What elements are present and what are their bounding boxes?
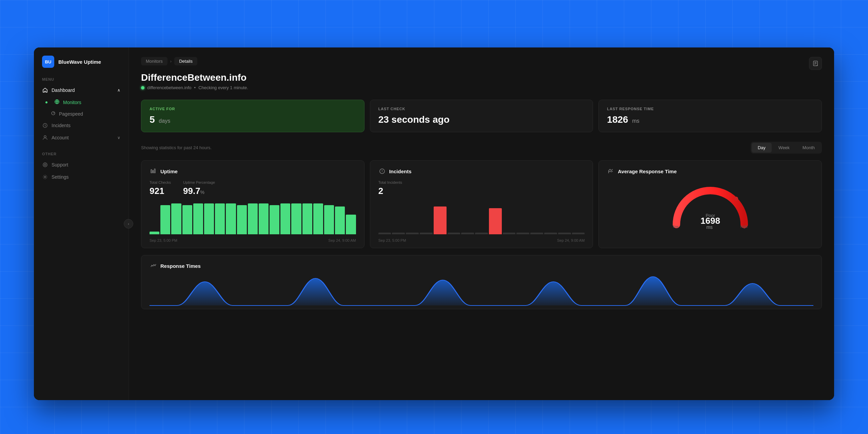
uptime-chart-dates: Sep 23, 5:00 PM Sep 24, 9:00 AM — [150, 238, 356, 242]
globe-icon — [54, 99, 60, 105]
main-window: BU BlueWave Uptime MENU Dashboard ∧ — [34, 47, 834, 400]
bar — [406, 233, 419, 234]
bar — [448, 233, 460, 234]
sidebar-item-support[interactable]: Support — [34, 159, 129, 171]
total-checks-metric: Total Checks 921 — [150, 180, 171, 196]
support-label: Support — [52, 162, 68, 167]
page-subtitle: differencebetween.info • Checking every … — [141, 85, 822, 90]
svg-rect-9 — [153, 171, 154, 173]
uptime-bar-16 — [324, 205, 334, 234]
incidents-chart-title: Incidents — [389, 169, 412, 174]
uptime-bar-2 — [171, 203, 181, 234]
dot-separator: • — [194, 85, 196, 90]
uptime-chart-card: Uptime Total Checks 921 Uptime Percentag… — [141, 160, 364, 248]
uptime-date-end: Sep 24, 9:00 AM — [328, 238, 356, 242]
active-for-value: 5 days — [150, 114, 356, 125]
account-label: Account — [52, 135, 69, 140]
uptime-bar-18 — [346, 215, 356, 234]
uptime-bar-14 — [302, 203, 312, 234]
avg-response-icon — [607, 167, 614, 175]
clock-icon — [42, 122, 48, 129]
sidebar-item-monitors[interactable]: Monitors — [34, 96, 129, 108]
gauge-unit: ms — [706, 224, 713, 230]
menu-label: MENU — [34, 77, 129, 81]
gauge-low-label: low — [673, 224, 679, 230]
collapse-button[interactable]: ‹ — [124, 219, 133, 229]
uptime-chart-title: Uptime — [160, 169, 178, 174]
sidebar-item-pagespeed[interactable]: Pagespeed — [34, 108, 129, 119]
uptime-bar-6 — [215, 203, 225, 234]
chevron-icon: ∧ — [117, 88, 120, 93]
uptime-bar-0 — [150, 232, 159, 234]
uptime-bar-1 — [160, 205, 170, 234]
period-month-button[interactable]: Month — [796, 143, 821, 153]
settings-icon — [42, 174, 48, 180]
breadcrumb-details[interactable]: Details — [174, 57, 197, 65]
total-incidents-metric: Total Incidents 2 — [378, 180, 402, 196]
account-chevron-icon: ∨ — [117, 135, 120, 140]
total-checks-value: 921 — [150, 186, 171, 196]
incidents-chart-dates: Sep 23, 5:00 PM Sep 24, 9:00 AM — [378, 238, 585, 242]
breadcrumb-monitors[interactable]: Monitors — [141, 57, 167, 65]
gauge-high-label: high — [741, 224, 748, 230]
monitors-label: Monitors — [63, 100, 81, 105]
incidents-date-end: Sep 24, 9:00 AM — [557, 238, 585, 242]
period-week-button[interactable]: Week — [772, 143, 796, 153]
svg-point-5 — [44, 164, 46, 166]
uptime-bar-9 — [248, 203, 258, 234]
house-icon — [42, 87, 48, 93]
svg-point-12 — [734, 197, 738, 201]
bar — [516, 233, 529, 234]
uptime-metrics: Total Checks 921 Uptime Percentage 99.7% — [150, 180, 356, 196]
bar — [461, 233, 474, 234]
uptime-bar-10 — [259, 203, 269, 234]
breadcrumb: Monitors › Details — [141, 57, 822, 65]
bar-incident — [434, 206, 447, 234]
uptime-bar-8 — [237, 205, 247, 234]
uptime-date-start: Sep 23, 5:00 PM — [150, 238, 177, 242]
stats-row: ACTIVE FOR 5 days LAST CHECK 23 seconds … — [141, 100, 822, 132]
breadcrumb-separator: › — [170, 59, 172, 64]
menu-group: MENU Dashboard ∧ Monitors — [34, 77, 129, 144]
bar — [420, 233, 433, 234]
uptime-pct-metric: Uptime Percentage 99.7% — [183, 180, 215, 196]
sidebar-item-settings[interactable]: Settings — [34, 171, 129, 183]
page-title: DifferenceBetween.info — [141, 72, 822, 83]
svg-point-4 — [43, 163, 47, 167]
report-button[interactable] — [809, 57, 822, 70]
sidebar-item-dashboard[interactable]: Dashboard ∧ — [34, 84, 129, 96]
sidebar-item-account[interactable]: Account ∨ — [34, 132, 129, 144]
check-interval: Checking every 1 minute. — [198, 85, 248, 90]
uptime-bar-5 — [204, 203, 214, 234]
incidents-label: Incidents — [52, 123, 71, 128]
status-indicator — [141, 86, 144, 90]
uptime-chart-header: Uptime — [150, 167, 356, 175]
active-dot — [45, 101, 47, 103]
response-time-value: 1826 ms — [607, 114, 813, 125]
uptime-pct-value: 99.7% — [183, 186, 215, 196]
uptime-bar-3 — [182, 205, 192, 234]
incidents-metrics: Total Incidents 2 — [378, 180, 585, 196]
active-for-label: ACTIVE FOR — [150, 107, 356, 111]
period-buttons: Day Week Month — [751, 142, 822, 154]
support-icon — [42, 162, 48, 168]
avg-response-title: Average Response Time — [618, 169, 676, 174]
uptime-bar-chart — [150, 202, 356, 236]
incidents-date-start: Sep 23, 5:00 PM — [378, 238, 406, 242]
uptime-bar-17 — [335, 206, 345, 234]
response-times-header: Response Times — [150, 262, 813, 270]
svg-point-6 — [44, 176, 46, 178]
content-area: Monitors › Details DifferenceBetween.inf… — [129, 47, 834, 400]
response-times-card: Response Times — [141, 255, 822, 309]
gauge-icon — [51, 111, 56, 117]
sidebar-logo: BU BlueWave Uptime — [34, 56, 129, 77]
period-day-button[interactable]: Day — [752, 143, 772, 153]
pagespeed-label: Pagespeed — [59, 111, 83, 117]
uptime-bar-12 — [280, 203, 290, 234]
incidents-icon — [378, 167, 386, 175]
sidebar: BU BlueWave Uptime MENU Dashboard ∧ — [34, 47, 129, 400]
period-text: Showing statistics for past 24 hours. — [141, 145, 212, 150]
uptime-icon — [150, 167, 157, 175]
sidebar-item-incidents[interactable]: Incidents — [34, 119, 129, 132]
bar — [378, 233, 391, 234]
